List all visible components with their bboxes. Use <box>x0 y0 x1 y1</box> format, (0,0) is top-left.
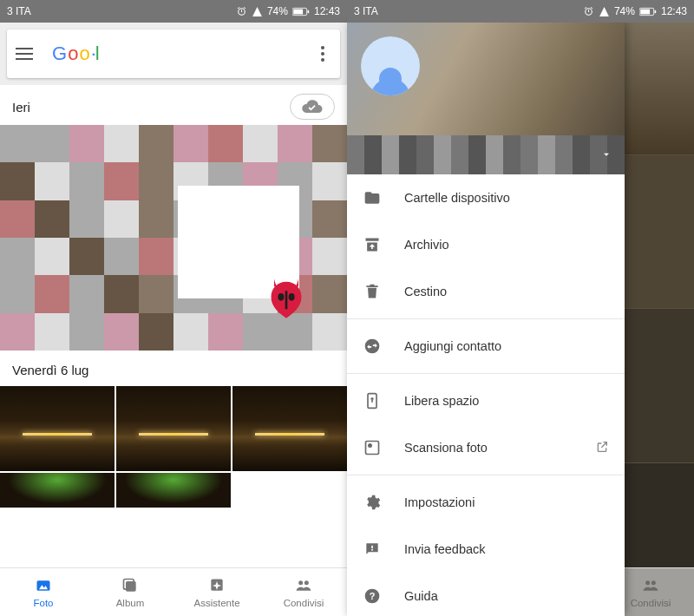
appbar-wrap: Goo·l <box>0 23 347 85</box>
photo-row <box>0 386 347 471</box>
status-right: 74% 12:43 <box>236 5 340 17</box>
signal-icon <box>252 6 263 17</box>
drawer-item-archive[interactable]: Archivio <box>347 221 625 268</box>
svg-rect-1 <box>293 9 303 14</box>
divider <box>347 318 625 319</box>
svg-text:?: ? <box>370 591 376 601</box>
add-contact-icon <box>363 337 382 356</box>
divider <box>347 373 625 374</box>
menu-icon[interactable] <box>16 43 36 64</box>
drawer-item-trash[interactable]: Cestino <box>347 268 625 315</box>
watermark-icon <box>256 268 317 329</box>
svg-point-12 <box>298 580 303 585</box>
status-left: 3 ITA <box>7 5 31 17</box>
photo-thumbnail[interactable] <box>232 386 347 471</box>
scan-icon <box>363 438 382 457</box>
nav-label: Condivisi <box>631 598 671 608</box>
photo-thumbnail[interactable] <box>0 473 115 508</box>
drawer-list: Cartelle dispositivo Archivio Cestino <box>347 174 625 616</box>
drawer-item-add-contact[interactable]: Aggiungi contatto <box>347 323 625 370</box>
status-left: 3 ITA <box>354 5 378 17</box>
photo-thumbnail[interactable] <box>0 386 115 471</box>
archive-icon <box>363 235 382 254</box>
help-icon: ? <box>363 587 382 606</box>
svg-rect-15 <box>640 9 650 14</box>
gear-icon <box>363 493 382 512</box>
drawer-item-settings[interactable]: Impostazioni <box>347 479 625 526</box>
external-link-icon <box>595 440 609 456</box>
drawer-item-label: Invia feedback <box>404 542 486 556</box>
photo-group-yesterday[interactable] <box>0 125 347 351</box>
svg-point-13 <box>304 580 309 585</box>
carrier-label: 3 ITA <box>7 5 31 17</box>
alarm-icon <box>236 6 247 17</box>
nav-label: Assistente <box>193 598 239 608</box>
section-title: Ieri <box>12 100 30 115</box>
svg-point-22 <box>369 444 371 447</box>
drawer-item-label: Aggiungi contatto <box>404 339 501 353</box>
folder-icon <box>363 188 382 207</box>
photo-row <box>0 473 347 508</box>
drawer-item-help[interactable]: ? Guida <box>347 573 625 616</box>
app-bar: Goo·l <box>7 29 340 78</box>
drawer-item-label: Guida <box>404 589 438 603</box>
battery-percent: 74% <box>267 5 288 17</box>
feedback-icon <box>363 540 382 559</box>
cloud-check-icon <box>301 99 324 115</box>
drawer-item-label: Impostazioni <box>404 495 475 509</box>
photo-thumbnail[interactable] <box>116 386 231 471</box>
divider <box>347 475 625 475</box>
phone-right: 3 ITA 74% 12:43 Condivisi <box>347 0 694 616</box>
account-dropdown-icon[interactable] <box>600 148 612 164</box>
nav-label: Album <box>116 598 145 608</box>
drawer-item-label: Scansiona foto <box>404 441 488 455</box>
nav-photos[interactable]: Foto <box>0 568 87 616</box>
navigation-drawer: Cartelle dispositivo Archivio Cestino <box>347 23 625 616</box>
battery-percent: 74% <box>614 5 635 17</box>
photos-feed: Ieri <box>0 85 347 567</box>
carrier-label: 3 ITA <box>354 5 378 17</box>
svg-rect-23 <box>371 546 373 548</box>
phone-left: 3 ITA 74% 12:43 Goo·l <box>0 0 347 616</box>
photos-icon <box>34 576 53 595</box>
sharing-icon <box>294 576 313 595</box>
drawer-item-device-folders[interactable]: Cartelle dispositivo <box>347 174 625 221</box>
drawer-item-label: Cartelle dispositivo <box>404 191 510 205</box>
albums-icon <box>121 576 140 595</box>
svg-rect-3 <box>285 291 288 309</box>
battery-icon <box>639 7 657 16</box>
svg-point-17 <box>645 580 650 585</box>
drawer-item-scan-photos[interactable]: Scansiona foto <box>347 424 625 471</box>
drawer-item-label: Archivio <box>404 238 449 252</box>
bottom-nav: Foto Album Assistente Condivisi <box>0 567 347 616</box>
drawer-item-label: Libera spazio <box>404 394 479 408</box>
trash-icon <box>363 282 382 301</box>
nav-assistant[interactable]: Assistente <box>174 568 260 616</box>
clock-label: 12:43 <box>661 5 687 17</box>
alarm-icon <box>583 6 594 17</box>
battery-icon <box>292 7 310 16</box>
svg-point-5 <box>289 293 295 301</box>
assistant-icon <box>207 576 226 595</box>
photo-thumbnail[interactable] <box>116 473 231 508</box>
svg-point-4 <box>278 293 284 301</box>
nav-sharing[interactable]: Condivisi <box>260 568 347 616</box>
svg-rect-16 <box>654 10 656 12</box>
nav-albums[interactable]: Album <box>87 568 174 616</box>
svg-rect-24 <box>371 549 373 551</box>
section-title-day: Venerdì 6 lug <box>0 351 347 386</box>
sharing-icon <box>641 576 660 595</box>
google-logo: Goo·l <box>52 43 100 65</box>
drawer-item-feedback[interactable]: Invia feedback <box>347 526 625 573</box>
svg-rect-2 <box>307 10 309 12</box>
svg-point-19 <box>365 339 380 354</box>
nav-label: Condivisi <box>284 598 324 608</box>
overflow-icon[interactable] <box>314 46 331 62</box>
avatar[interactable] <box>361 36 420 95</box>
backup-status-chip[interactable] <box>290 94 335 120</box>
status-bar: 3 ITA 74% 12:43 <box>347 0 694 23</box>
drawer-item-free-space[interactable]: Libera spazio <box>347 377 625 424</box>
signal-icon <box>599 6 610 17</box>
free-space-icon <box>363 391 382 410</box>
drawer-header[interactable] <box>347 23 625 174</box>
